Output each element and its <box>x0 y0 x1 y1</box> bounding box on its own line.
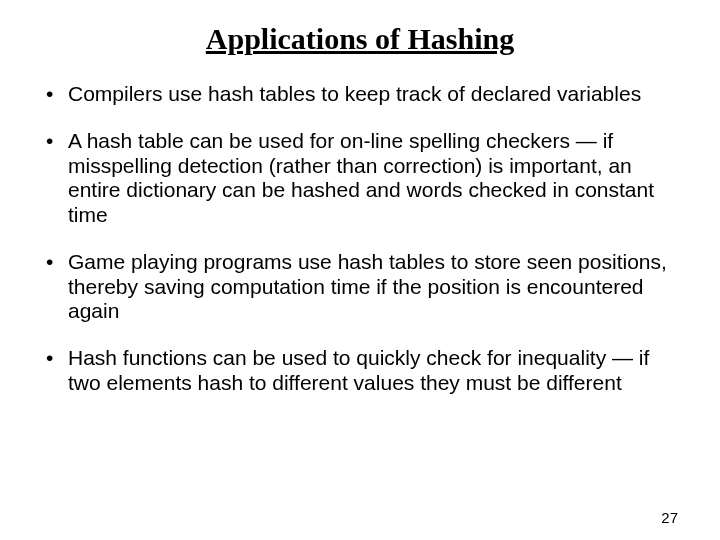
list-item: A hash table can be used for on-line spe… <box>40 129 680 228</box>
page-number: 27 <box>661 509 678 526</box>
list-item: Game playing programs use hash tables to… <box>40 250 680 324</box>
list-item: Compilers use hash tables to keep track … <box>40 82 680 107</box>
bullet-list: Compilers use hash tables to keep track … <box>40 82 680 396</box>
list-item: Hash functions can be used to quickly ch… <box>40 346 680 396</box>
slide-title: Applications of Hashing <box>40 22 680 56</box>
